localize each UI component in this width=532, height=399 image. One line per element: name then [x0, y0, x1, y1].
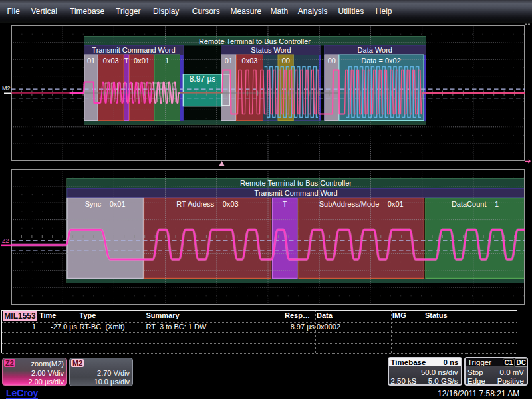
svg-text:8.97 µs: 8.97 µs [190, 74, 216, 84]
svg-text:Transmit Command Word: Transmit Command Word [92, 46, 175, 54]
svg-text:00: 00 [282, 57, 290, 65]
svg-text:0x03: 0x03 [103, 57, 119, 65]
svg-text:SubAddress/Mode = 0x01: SubAddress/Mode = 0x01 [319, 200, 404, 208]
svg-text:RT Address = 0x03: RT Address = 0x03 [176, 200, 238, 208]
svg-text:Z2: Z2 [2, 237, 9, 244]
svg-text:Remote Terminal to Bus Control: Remote Terminal to Bus Controller [240, 179, 352, 187]
svg-text:M2: M2 [2, 85, 11, 92]
svg-text:Remote Terminal to Bus Control: Remote Terminal to Bus Controller [199, 37, 311, 45]
svg-text:00: 00 [328, 57, 336, 65]
svg-text:1: 1 [165, 57, 169, 65]
svg-text:0x01: 0x01 [134, 57, 150, 65]
svg-text:T: T [283, 200, 287, 208]
svg-text:Data = 0x02: Data = 0x02 [361, 57, 401, 65]
svg-text:01: 01 [225, 57, 233, 65]
svg-text:Sync = 0x01: Sync = 0x01 [85, 200, 126, 208]
svg-text:DataCount = 1: DataCount = 1 [452, 200, 499, 208]
svg-text:T: T [124, 57, 129, 65]
svg-text:01: 01 [87, 57, 95, 65]
svg-text:Status Word: Status Word [251, 46, 291, 54]
svg-text:Transmit Command Word: Transmit Command Word [254, 189, 337, 197]
svg-text:Data Word: Data Word [358, 46, 392, 54]
svg-text:0x03: 0x03 [242, 57, 258, 65]
